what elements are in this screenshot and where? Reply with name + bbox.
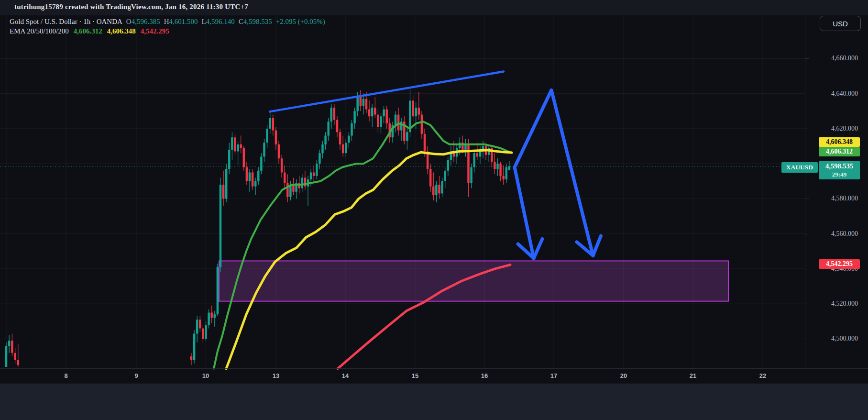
symbol-title[interactable]: Gold Spot / U.S. Dollar · 1h · OANDA [10,18,122,25]
candle [482,146,484,150]
candle [275,131,277,144]
candle [502,176,505,179]
candle [324,136,327,144]
candle [272,118,275,131]
candle [415,108,417,116]
candle [222,185,225,199]
candle [429,169,432,187]
candle [260,157,263,171]
ema-50-value: 4,606.348 [107,27,136,35]
candle [336,120,339,133]
currency-toggle-button[interactable]: USD [820,16,861,31]
footer-bar: TradingView [0,384,868,420]
candle [208,312,210,325]
candle [210,312,213,318]
candle [368,110,371,117]
ema-20-value: 4,606.312 [74,27,102,35]
candle [214,314,216,318]
ema-line-50[interactable] [226,150,512,369]
price-axis-label: 4,580.000 [808,195,858,202]
chart-canvas[interactable] [0,0,868,420]
open-label: O [126,18,132,25]
high-value: 4,601.500 [169,18,198,25]
low-label: L [202,18,206,25]
candle [278,144,280,158]
candle [321,144,324,153]
candle [8,341,11,346]
candle [269,118,271,129]
bar-countdown: 29:49 [819,171,860,178]
candle [304,177,307,186]
candle [240,144,242,148]
time-axis-label: 16 [475,372,494,379]
price-axis-label: 4,620.000 [808,125,858,133]
time-axis-label: 8 [56,372,76,379]
time-axis-label: 15 [406,372,425,379]
candle [424,134,426,152]
candle [199,320,201,328]
candle [231,137,233,150]
ema-line-20[interactable] [214,122,511,368]
tradingview-chart-page: { "header": { "attribution": "tutrihung1… [0,0,868,420]
candle [327,122,330,135]
ema-100-value: 4,542.295 [141,27,169,35]
candle [246,167,248,181]
candle [284,172,286,183]
candle [360,97,362,106]
candle [319,153,321,164]
candle [301,177,304,188]
ema-indicator-title[interactable]: EMA 20/50/100/200 [10,27,69,35]
candle [371,108,374,116]
candle [342,144,344,153]
low-value: 4,596.140 [206,18,235,25]
projection-spike-arrow-barb[interactable] [593,236,601,255]
high-label: H [164,18,169,25]
candle [438,185,440,193]
candle [281,158,283,172]
candle [441,181,443,194]
candle [339,132,341,144]
candle [292,185,295,192]
current-price-value: 4,598.535 [819,162,860,171]
ema-100-price-pill: 4,542.295 [819,259,860,269]
current-price-pill: 4,598.535 29:49 [819,161,860,179]
price-axis-label: 4,640.000 [808,90,858,98]
candle [356,97,359,111]
symbol-legend-row[interactable]: Gold Spot / U.S. Dollar · 1h · OANDAO4,5… [10,18,325,26]
ema-legend-row[interactable]: EMA 20/50/100/2004,606.3124,606.3484,542… [10,27,169,35]
candle [17,360,20,365]
time-axis-label: 9 [127,372,146,379]
candle [363,99,365,106]
candle [473,153,475,167]
candle [252,172,254,186]
time-axis-border [0,368,868,369]
price-axis-label: 4,560.000 [808,230,858,238]
candle [380,116,382,127]
candle [257,171,260,181]
candle [374,108,376,115]
open-value: 4,596.385 [132,18,160,25]
candle [412,100,414,116]
candle [494,162,496,169]
candle [11,341,13,353]
candle [377,115,379,127]
candle [345,143,347,153]
candle [205,325,207,339]
candle [286,183,289,197]
candle [14,353,16,360]
price-axis-label: 4,660.000 [808,55,858,62]
change-value: +2.095 (+0.05%) [276,18,325,25]
candle [385,110,388,123]
candle [263,143,265,156]
time-axis-label: 14 [336,372,355,379]
price-axis-label: 4,500.000 [808,335,858,343]
candle [225,169,228,199]
candle [193,333,196,360]
candle [243,148,245,167]
ema-50-price-pill: 4,606.348 [819,137,860,147]
time-axis-label: 13 [266,372,286,379]
ascending-trendline[interactable] [270,72,504,112]
supply-zone-rectangle[interactable] [219,261,728,301]
candle [353,111,356,123]
down-arrow-barb[interactable] [534,239,542,258]
